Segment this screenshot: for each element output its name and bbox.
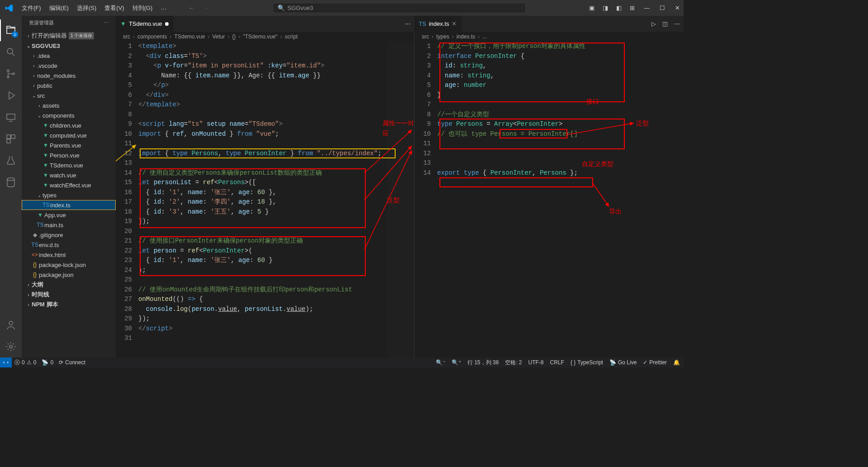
file-item[interactable]: ▼computed.vue <box>22 130 116 140</box>
tab-tsdemo[interactable]: ▼ TSdemo.vue <box>116 16 174 32</box>
svg-point-10 <box>9 345 12 348</box>
menu-select[interactable]: 选择(S) <box>73 2 100 14</box>
maximize-icon[interactable]: ☐ <box>660 5 665 11</box>
folder-item[interactable]: ⌄components <box>22 110 116 120</box>
code-area-left[interactable]: 1234567891011121314151617181920212223242… <box>116 42 414 357</box>
activity-remote-icon[interactable] <box>0 106 22 128</box>
tab-indexts[interactable]: TS index.ts ✕ <box>414 16 462 32</box>
svg-point-8 <box>7 178 14 181</box>
activity-explorer-icon[interactable]: 1 <box>0 19 22 41</box>
menu-bar: 文件(F) 编辑(E) 选择(S) 查看(V) 转到(G) … <box>18 2 170 14</box>
file-item[interactable]: ▼watch.vue <box>22 170 116 180</box>
activity-search-icon[interactable] <box>0 41 22 63</box>
layout-icons: ▣ ◨ ◧ ⊞ <box>589 5 635 11</box>
open-editors-section[interactable]: ›打开的编辑器 1 个未保存 <box>22 31 116 41</box>
search-text: SGGvue3 <box>288 5 313 11</box>
folder-item[interactable]: ›.vscode <box>22 61 116 71</box>
svg-rect-6 <box>11 135 15 138</box>
close-icon[interactable]: ✕ <box>675 5 680 11</box>
title-search: 🔍 SGGvue3 <box>209 3 589 13</box>
status-ports[interactable]: 📡 0 <box>42 359 53 366</box>
toggle-secondary-icon[interactable]: ◧ <box>616 5 622 11</box>
editor-right[interactable]: src›types›index.ts›... 12345678910111213… <box>414 32 684 357</box>
run-icon[interactable]: ▷ <box>651 20 656 27</box>
file-item[interactable]: ▼watchEffect.vue <box>22 180 116 190</box>
remote-indicator[interactable] <box>0 357 12 367</box>
folder-item[interactable]: ⌄types <box>22 190 116 200</box>
activity-debug-icon[interactable] <box>0 85 22 106</box>
split-icon[interactable]: ◫ <box>662 20 668 27</box>
more-icon[interactable]: ⋯ <box>674 20 680 27</box>
nav-arrows: ← → <box>188 5 209 11</box>
nav-back-icon[interactable]: ← <box>188 5 194 11</box>
svg-point-1 <box>7 70 9 71</box>
minimap[interactable] <box>387 42 414 357</box>
status-lang[interactable]: { } TypeScript <box>571 359 603 366</box>
vscode-logo-icon <box>4 3 14 14</box>
file-item[interactable]: TSenv.d.ts <box>22 240 116 250</box>
status-bell-icon[interactable]: 🔔 <box>673 359 680 366</box>
nav-forward-icon[interactable]: → <box>203 5 209 11</box>
collapsed-section[interactable]: ›NPM 脚本 <box>22 300 116 310</box>
editor-left[interactable]: src›components›TSdemo.vue›Vetur›{}›"TSde… <box>116 32 414 357</box>
status-connect[interactable]: ⟳ Connect <box>59 359 85 366</box>
activity-settings-icon[interactable] <box>0 336 22 357</box>
activity-bar: 1 <box>0 16 22 357</box>
file-item[interactable]: ▼TSdemo.vue <box>22 160 116 170</box>
activity-extensions-icon[interactable] <box>0 128 22 150</box>
breadcrumb-right[interactable]: src›types›index.ts›... <box>415 32 684 42</box>
file-item[interactable]: ◆.gitignore <box>22 230 116 240</box>
file-item[interactable]: {}package-lock.json <box>22 260 116 270</box>
menu-more[interactable]: … <box>157 2 170 14</box>
toggle-panel-icon[interactable]: ▣ <box>589 5 594 11</box>
zoom-icon[interactable]: 🔍⁻ <box>436 359 445 366</box>
minimize-icon[interactable]: — <box>644 5 650 11</box>
code-area-right[interactable]: 1234567891011121314 // 定义一个接口，用于限制person… <box>415 42 684 357</box>
file-item[interactable]: <>index.html <box>22 250 116 260</box>
file-item[interactable]: {}package.json <box>22 270 116 280</box>
status-golive[interactable]: 📡 Go Live <box>609 359 637 366</box>
file-item[interactable]: TSindex.ts <box>22 200 116 210</box>
zoom-icon[interactable]: 🔍⁺ <box>452 359 461 366</box>
window-controls: — ☐ ✕ <box>644 5 680 11</box>
status-eol[interactable]: CRLF <box>550 359 564 366</box>
titlebar: 文件(F) 编辑(E) 选择(S) 查看(V) 转到(G) … ← → 🔍 SG… <box>0 0 684 16</box>
activity-test-icon[interactable] <box>0 150 22 172</box>
collapsed-section[interactable]: ›时间线 <box>22 290 116 300</box>
status-spaces[interactable]: 空格: 2 <box>505 359 522 367</box>
menu-view[interactable]: 查看(V) <box>101 2 127 14</box>
svg-point-3 <box>13 73 14 75</box>
folder-item[interactable]: ›public <box>22 81 116 91</box>
file-item[interactable]: TSmain.ts <box>22 220 116 230</box>
sidebar: 资源管理器 ⋯ ›打开的编辑器 1 个未保存 ⌄SGGVUE3 ›.idea›.… <box>22 16 116 357</box>
menu-edit[interactable]: 编辑(E) <box>46 2 72 14</box>
toggle-sidebar-icon[interactable]: ◨ <box>603 5 608 11</box>
unsaved-badge: 1 个未保存 <box>69 32 94 39</box>
activity-account-icon[interactable] <box>0 314 22 336</box>
sidebar-more-icon[interactable]: ⋯ <box>104 20 108 26</box>
tabs-row: ▼ TSdemo.vue ⋯ TS index.ts ✕ ▷ ◫ <box>116 16 684 32</box>
close-tab-icon[interactable]: ✕ <box>452 20 457 27</box>
customize-layout-icon[interactable]: ⊞ <box>630 5 635 11</box>
menu-file[interactable]: 文件(F) <box>18 2 45 14</box>
menu-go[interactable]: 转到(G) <box>129 2 156 14</box>
breadcrumb-left[interactable]: src›components›TSdemo.vue›Vetur›{}›"TSde… <box>116 32 414 42</box>
file-item[interactable]: ▼children.vue <box>22 120 116 130</box>
activity-scm-icon[interactable] <box>0 63 22 85</box>
status-prettier[interactable]: ✓ Prettier <box>643 359 667 366</box>
command-center[interactable]: 🔍 SGGvue3 <box>273 3 526 13</box>
more-icon[interactable]: ⋯ <box>405 20 410 27</box>
activity-db-icon[interactable] <box>0 172 22 193</box>
collapsed-section[interactable]: ›大纲 <box>22 280 116 290</box>
folder-item[interactable]: ›node_modules <box>22 71 116 81</box>
folder-item[interactable]: ›.idea <box>22 51 116 61</box>
folder-item[interactable]: ›assets <box>22 100 116 110</box>
status-errors[interactable]: ⓧ 0 ⚠ 0 <box>14 359 36 367</box>
project-root[interactable]: ⌄SGGVUE3 <box>22 41 116 51</box>
file-item[interactable]: ▼Person.vue <box>22 150 116 160</box>
file-item[interactable]: ▼Parents.vue <box>22 140 116 150</box>
status-line-col[interactable]: 行 15，列 38 <box>467 359 499 367</box>
folder-item[interactable]: ⌄src <box>22 91 116 100</box>
status-encoding[interactable]: UTF-8 <box>528 359 544 366</box>
file-item[interactable]: ▼App.vue <box>22 210 116 220</box>
